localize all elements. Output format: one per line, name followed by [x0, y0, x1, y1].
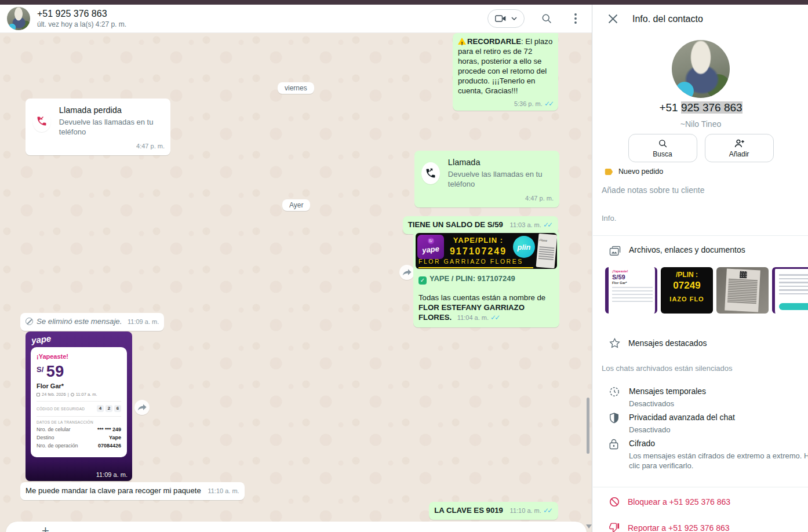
label-row[interactable]: Nuevo pedido [605, 167, 663, 176]
advanced-privacy-row[interactable]: Privacidad avanzada del chat Desactivado [593, 412, 808, 435]
whatsapp-web: +51 925 376 863 últ. vez hoy a la(s) 4:2… [0, 0, 808, 532]
disappearing-messages-row[interactable]: Mensajes temporales Desactivados [593, 386, 808, 409]
row-title: Cifrado [629, 439, 655, 448]
message-missed-call[interactable]: Llamada perdida Devuelve las llamadas en… [26, 99, 170, 155]
missed-call-icon-circle [32, 110, 51, 132]
chat-title: +51 925 376 863 [37, 9, 487, 19]
thumb-teal-button [779, 303, 808, 310]
warning-icon: ! [458, 38, 466, 45]
divider [593, 487, 808, 487]
search-icon [541, 13, 552, 24]
clock-icon [71, 393, 74, 396]
call-subtitle: Devuelve las llamadas en tu teléfono [59, 117, 162, 137]
read-receipt-icon: ✓✓ [543, 507, 553, 515]
report-label: Reportar a +51 925 376 863 [628, 523, 730, 532]
security-code-label: CÓDIGO DE SEGURIDAD [37, 407, 85, 411]
search-icon [658, 139, 668, 148]
chat-menu-button[interactable] [569, 12, 583, 25]
contact-avatar[interactable] [7, 7, 30, 30]
search-button-label: Busca [653, 150, 672, 158]
call-title: Llamada perdida [59, 105, 162, 115]
read-receipt-icon: ✓✓ [544, 100, 554, 108]
encryption-row[interactable]: Cifrado Los mensajes están cifrados de e… [593, 438, 808, 471]
message-time: 4:47 p. m. [414, 194, 559, 207]
banner-image[interactable]: S/ yape YAPE/PLIN : 917107249 plin Floow… [416, 233, 557, 269]
message-reminder-text: : El plazo para el retiro es de 72 horas… [458, 37, 552, 95]
close-panel-button[interactable] [606, 12, 620, 26]
message-text: Me puede mandar la clave para recoger mi… [26, 486, 201, 495]
message-call[interactable]: Llamada Devuelve las llamadas en tu telé… [414, 151, 559, 207]
chat-header: +51 925 376 863 últ. vez hoy a la(s) 4:2… [0, 5, 592, 33]
check-emoji: ✓ [418, 276, 427, 285]
row-title: Mensajes temporales [629, 387, 706, 396]
message-key-request[interactable]: Me puede mandar la clave para recoger mi… [20, 482, 245, 500]
row-subtitle: Los mensajes están cifrados de extremo a… [629, 451, 808, 471]
message-reminder[interactable]: !RECORDARLE: El plazo para el retiro es … [453, 33, 558, 111]
plin-logo: plin [513, 236, 535, 258]
security-code: 4 2 6 [97, 405, 121, 412]
contact-photo-large[interactable] [672, 40, 730, 98]
scroll-down-arrow[interactable] [586, 524, 592, 529]
message-time: 11:09 a. m. [128, 318, 159, 325]
banner-caption: ✓YAPE / PLIN: 917107249 Todas las cuenta… [416, 269, 557, 325]
receipt-row: DestinoYape [37, 435, 121, 440]
media-thumb-banner[interactable]: /PLIN : 07249 IAZO FLO [661, 267, 713, 314]
contact-info-body: +51 925 376 863 ~Nilo Tineo Busca Añadir… [593, 33, 808, 532]
search-messages-button[interactable]: Busca [628, 134, 697, 162]
attach-plus-icon[interactable]: + [42, 523, 49, 532]
banner-line2: 917107249 [446, 246, 511, 256]
star-icon [609, 338, 620, 348]
receipt-payee: Flor Gar* [37, 382, 121, 389]
last-seen-status: últ. vez hoy a la(s) 4:27 p. m. [37, 20, 487, 28]
message-input-bar[interactable]: + [6, 522, 587, 532]
row-title: Privacidad avanzada del chat [629, 413, 735, 422]
message-list[interactable]: !RECORDARLE: El plazo para el retiro es … [0, 33, 592, 532]
media-thumb-receipt[interactable]: ¡Yapeaste! S/59 Flor Gar* [605, 267, 657, 314]
missed-call-icon [36, 115, 48, 127]
shield-icon [609, 412, 621, 435]
chat-scrollbar-thumb[interactable] [587, 398, 589, 454]
date-divider-yesterday: Ayer [282, 199, 310, 211]
add-button-label: Añadir [729, 150, 749, 158]
search-in-chat-button[interactable] [540, 12, 554, 25]
timer-icon [609, 386, 621, 409]
media-files-icon [609, 245, 621, 256]
call-title: Llamada [448, 158, 551, 167]
call-icon [425, 167, 436, 179]
forward-message-button[interactable] [399, 265, 414, 280]
message-deleted[interactable]: Se eliminó este mensaje. 11:09 a. m. [20, 313, 164, 331]
video-call-button[interactable] [487, 9, 525, 28]
security-code-row: CÓDIGO DE SEGURIDAD 4 2 6 [37, 405, 121, 412]
archived-chats-note: Los chats archivados están silenciados [602, 364, 732, 373]
starred-label: Mensajes destacados [628, 338, 707, 348]
caption-accounts: YAPE / PLIN: 917107249 [430, 274, 515, 283]
video-call-icon [495, 14, 507, 23]
add-contact-button[interactable]: Añadir [705, 134, 774, 162]
message-reminder-bold: RECORDARLE [467, 37, 521, 46]
media-thumb-receipt-2[interactable] [772, 267, 808, 314]
message-yape-banner[interactable]: S/ yape YAPE/PLIN : 917107249 plin Floow… [413, 231, 559, 327]
caption-line2: Todas las cuentas están a nombre de [418, 293, 554, 303]
kebab-menu-icon [574, 13, 577, 24]
message-time: 11:09 a. m. [96, 471, 128, 478]
contact-info-panel: Info. del contacto +51 925 376 863 ~Nilo… [593, 5, 808, 532]
block-contact-row[interactable]: Bloquear a +51 925 376 863 [593, 497, 808, 507]
chat-header-texts[interactable]: +51 925 376 863 últ. vez hoy a la(s) 4:2… [37, 9, 487, 28]
call-row: Llamada Devuelve las llamadas en tu telé… [414, 151, 559, 194]
yape-wordmark: yape [417, 243, 445, 256]
media-thumb-paper-photo[interactable] [716, 267, 769, 314]
message-receipt-image[interactable]: yape ¡Yapeaste! S/ 59 Flor Gar* 24 feb. … [26, 331, 132, 481]
forward-icon [137, 403, 147, 411]
report-contact-row[interactable]: Reportar a +51 925 376 863 [593, 523, 808, 532]
contact-phone: +51 925 376 863 [593, 101, 808, 114]
message-key[interactable]: LA CLAVE ES 9019 11:10 a. m. ✓✓ [429, 502, 558, 520]
banner-text: YAPE/PLIN : 917107249 [446, 235, 511, 256]
label-tag-text: Nuevo pedido [618, 167, 663, 176]
sol-badge: S/ [428, 238, 434, 244]
row-subtitle: Desactivado [629, 425, 808, 435]
selected-phone-text: 925 376 863 [681, 101, 743, 114]
starred-messages-row[interactable]: Mensajes destacados [593, 338, 808, 348]
forward-message-button[interactable] [134, 400, 150, 415]
customer-notes-field[interactable]: Añade notas sobre tu cliente [602, 185, 704, 195]
files-links-docs-row[interactable]: Archivos, enlaces y documentos [593, 245, 808, 256]
